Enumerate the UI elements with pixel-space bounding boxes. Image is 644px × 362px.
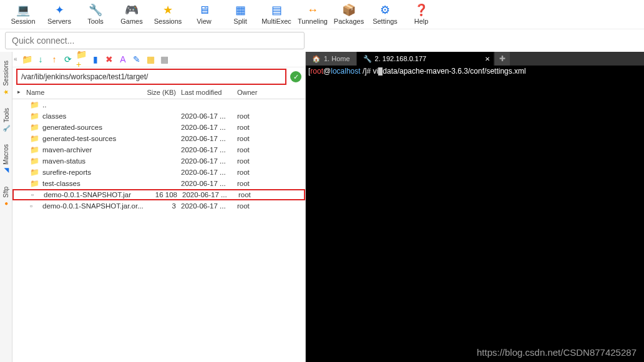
toolbar-settings[interactable]: ⚙Settings — [367, 1, 403, 27]
toolbar-label: Tunneling — [298, 17, 328, 25]
column-name[interactable]: Name — [12, 89, 144, 96]
sidebar-tab-sessions[interactable]: ★Sessions — [1, 54, 11, 102]
toolbar-servers[interactable]: ✦Servers — [41, 1, 77, 27]
tab-label: 2. 192.168.0.177 — [375, 55, 427, 62]
toolbar-multiexec[interactable]: ▤MultiExec — [258, 1, 295, 27]
file-owner: root — [237, 146, 275, 154]
tab-label: 1. Home — [324, 55, 350, 62]
file-name: generated-sources — [42, 124, 144, 131]
file-name: .. — [42, 101, 144, 109]
quick-connect-row — [0, 29, 644, 52]
list-icon[interactable]: ▦ — [159, 54, 170, 65]
sftp-icon: ● — [2, 202, 9, 205]
column-owner[interactable]: Owner — [237, 89, 275, 96]
path-input[interactable]: /var/lib/jenkins/workspace/test1/target/ — [16, 69, 286, 85]
multiexec-icon: ▤ — [270, 4, 283, 16]
file-owner: root — [237, 135, 275, 142]
file-icon: ▫ — [31, 190, 41, 199]
file-name: test-classes — [42, 180, 144, 187]
file-row[interactable]: ▫demo-0.0.1-SNAPSHOT.jar16 1082020-06-17… — [12, 189, 305, 200]
add-tab-button[interactable]: ✚ — [495, 52, 510, 66]
file-owner: root — [237, 169, 275, 176]
toolbar-tools[interactable]: 🔧Tools — [77, 1, 114, 27]
download-icon[interactable]: ↓ — [35, 54, 46, 65]
toolbar-session[interactable]: 💻Session — [5, 1, 41, 27]
folder-icon: 📁 — [30, 157, 40, 165]
refresh-icon[interactable]: ⟳ — [62, 54, 74, 65]
up-icon: 📁 — [30, 100, 40, 109]
file-modified: 2020-06-17 ... — [181, 146, 237, 154]
text-icon[interactable]: A — [117, 54, 129, 65]
close-icon[interactable]: ✕ — [485, 56, 490, 62]
file-name: surefire-reports — [42, 169, 144, 176]
macros-icon: ◢ — [2, 168, 9, 173]
collapse-panel-icon[interactable]: « — [12, 54, 19, 64]
terminal-body[interactable]: [root@localhost /]# vidata/apache-maven-… — [306, 66, 644, 362]
tab-icon: 🏠 — [312, 55, 321, 63]
new-folder-icon[interactable]: 📁+ — [76, 54, 87, 65]
main-area: ★Sessions🔧Tools◢Macros●Sftp « 📁↓↑⟳📁+▮✖A✎… — [0, 52, 644, 362]
file-modified: 2020-06-17 ... — [181, 135, 237, 142]
file-name: maven-archiver — [42, 146, 144, 154]
folder-icon[interactable]: 📁 — [21, 54, 32, 65]
watermark: https://blog.csdn.net/CSDN877425287 — [477, 347, 637, 358]
toolbar-sessions[interactable]: ★Sessions — [150, 1, 186, 27]
file-modified: 2020-06-17 ... — [181, 124, 237, 131]
folder-row[interactable]: 📁surefire-reports2020-06-17 ...root — [12, 167, 305, 178]
terminal-tab[interactable]: 🔧2. 192.168.0.177✕ — [357, 52, 494, 66]
terminal-tab[interactable]: 🏠1. Home — [306, 52, 357, 66]
toolbar-games[interactable]: 🎮Games — [114, 1, 150, 27]
quick-connect-input[interactable] — [5, 32, 305, 49]
delete-icon[interactable]: ✖ — [104, 54, 115, 65]
file-name: classes — [42, 112, 144, 120]
parent-dir-row[interactable]: 📁.. — [12, 99, 305, 110]
file-modified: 2020-06-17 ... — [182, 191, 238, 198]
file-modified: 2020-06-17 ... — [181, 157, 237, 165]
servers-icon: ✦ — [53, 4, 66, 16]
sidebar-tab-tools[interactable]: 🔧Tools — [1, 102, 11, 138]
path-confirm-icon[interactable]: ✓ — [290, 71, 301, 82]
upload-icon[interactable]: ↑ — [49, 54, 60, 65]
toolbar-tunneling[interactable]: ↔Tunneling — [295, 1, 331, 27]
file-owner: root — [237, 157, 275, 165]
toolbar-packages[interactable]: 📦Packages — [331, 1, 367, 27]
toolbar-view[interactable]: 🖥View — [186, 1, 222, 27]
settings-icon: ⚙ — [379, 4, 391, 16]
toolbar-split[interactable]: ▦Split — [222, 1, 258, 27]
column-modified[interactable]: Last modified — [181, 89, 237, 96]
file-modified: 2020-06-17 ... — [181, 180, 237, 187]
file-owner: root — [237, 112, 275, 120]
file-owner: root — [238, 191, 276, 198]
edit-icon[interactable]: ✎ — [131, 54, 142, 65]
folder-row[interactable]: 📁generated-sources2020-06-17 ...root — [12, 122, 305, 133]
main-toolbar: 💻Session✦Servers🔧Tools🎮Games★Sessions🖥Vi… — [0, 0, 644, 29]
folder-row[interactable]: 📁test-classes2020-06-17 ...root — [12, 178, 305, 189]
folder-icon: 📁 — [30, 123, 40, 132]
toolbar-label: Settings — [373, 17, 398, 25]
sessions-icon: ★ — [162, 4, 174, 16]
grid-icon[interactable]: ▦ — [145, 54, 156, 65]
terminal-line: [root@localhost /]# vidata/apache-maven-… — [308, 67, 642, 76]
file-row[interactable]: ▫demo-0.0.1-SNAPSHOT.jar.or...32020-06-1… — [12, 200, 305, 212]
folder-row[interactable]: 📁maven-status2020-06-17 ...root — [12, 155, 305, 167]
sidebar-tab-sftp[interactable]: ●Sftp — [1, 180, 11, 213]
file-name: demo-0.0.1-SNAPSHOT.jar — [44, 191, 145, 198]
folder-row[interactable]: 📁maven-archiver2020-06-17 ...root — [12, 144, 305, 155]
folder-row[interactable]: 📁classes2020-06-17 ...root — [12, 110, 305, 122]
help-icon: ❓ — [415, 4, 427, 16]
toolbar-label: Games — [120, 17, 142, 25]
folder-icon: 📁 — [30, 145, 40, 154]
toolbar-help[interactable]: ❓Help — [403, 1, 439, 27]
item-icon[interactable]: ▮ — [90, 54, 101, 65]
column-size[interactable]: Size (KB) — [144, 89, 181, 96]
folder-icon: 📁 — [30, 112, 40, 120]
toolbar-label: Session — [11, 17, 35, 25]
file-list-header: Name Size (KB) Last modified Owner — [12, 86, 305, 99]
terminal-tabs: 🏠1. Home🔧2. 192.168.0.177✕✚ — [306, 52, 644, 66]
sessions-icon: ★ — [2, 89, 9, 95]
sidebar-tab-macros[interactable]: ◢Macros — [1, 138, 11, 180]
folder-row[interactable]: 📁generated-test-sources2020-06-17 ...roo… — [12, 133, 305, 144]
file-owner: root — [237, 202, 275, 210]
file-modified: 2020-06-17 ... — [181, 169, 237, 176]
sftp-panel: « 📁↓↑⟳📁+▮✖A✎▦▦ /var/lib/jenkins/workspac… — [12, 52, 306, 362]
